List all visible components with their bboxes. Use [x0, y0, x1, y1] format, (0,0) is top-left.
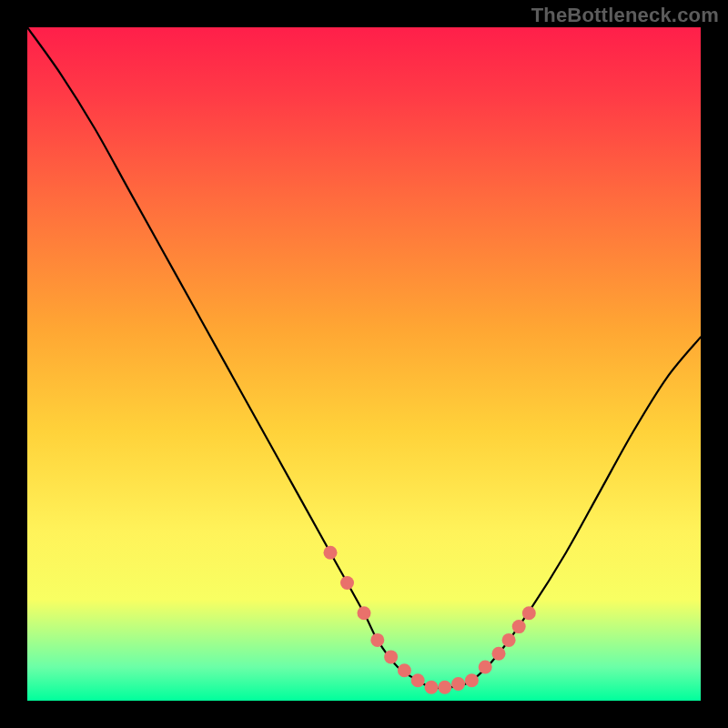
marker-dot: [512, 620, 526, 633]
marker-dot: [370, 633, 384, 647]
marker-dot: [324, 546, 338, 560]
marker-dot: [398, 663, 411, 677]
marker-dot: [384, 650, 398, 663]
sweet-spot-markers: [324, 546, 536, 694]
marker-dot: [438, 681, 451, 694]
plot-area: [27, 27, 701, 701]
marker-dot: [492, 647, 506, 661]
watermark-text: TheBottleneck.com: [531, 4, 719, 27]
marker-dot: [451, 677, 465, 691]
marker-dot: [340, 576, 354, 590]
marker-dot: [465, 673, 479, 687]
chart-frame: TheBottleneck.com: [0, 0, 728, 728]
marker-dot: [502, 633, 516, 647]
curve-svg: [27, 27, 701, 701]
marker-dot: [358, 606, 371, 620]
marker-dot: [479, 661, 492, 674]
bottleneck-curve: [27, 27, 701, 688]
marker-dot: [411, 673, 425, 687]
marker-dot: [425, 681, 439, 694]
marker-dot: [522, 606, 536, 620]
